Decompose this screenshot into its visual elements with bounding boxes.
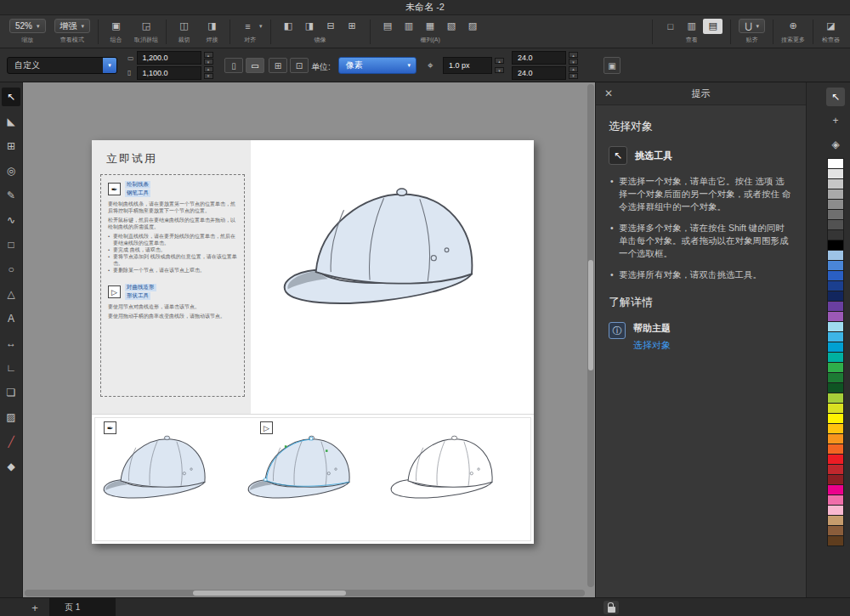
scrollbar-thumb[interactable]	[588, 260, 593, 370]
weld-group: ◨ 焊接	[202, 18, 222, 44]
all-pages-button[interactable]: ⊞	[269, 58, 287, 73]
duplicate-y-field[interactable]: 24.0	[512, 66, 566, 80]
stepper-up[interactable]: ▴	[495, 58, 504, 64]
pick-tool-name: 挑选工具	[635, 150, 672, 162]
tutorial-text-line: 要绘制直线线段，请在要开始线段的位置单击，然后在要结束线段的位置单击。	[108, 233, 237, 246]
arrange-button-5[interactable]: ▨	[463, 19, 483, 34]
select-objects-link[interactable]: 选择对象	[633, 339, 671, 352]
add-page-button[interactable]: +	[27, 600, 42, 615]
portrait-button[interactable]: ▯	[224, 58, 243, 73]
stepper-down[interactable]: ▾	[204, 59, 213, 65]
mirror-button-2[interactable]: ◨	[300, 19, 320, 34]
window-title: 未命名 -2	[405, 1, 445, 14]
stepper-down[interactable]: ▾	[569, 59, 578, 65]
text-tool-icon[interactable]: A	[2, 309, 20, 328]
ellipse-tool-icon[interactable]: ○	[2, 260, 20, 279]
zoom-level-label: 缩放	[21, 36, 33, 44]
scrollbar-thumb[interactable]	[193, 591, 346, 596]
stepper-down[interactable]: ▾	[569, 73, 578, 79]
page-preset-select[interactable]: 自定义 ▾	[7, 57, 117, 74]
ungroup-button[interactable]: ◲	[137, 19, 156, 34]
size-icons: ▭▯	[128, 51, 134, 80]
arrange-button-3[interactable]: ▦	[421, 19, 440, 34]
vertical-scrollbar[interactable]	[587, 84, 594, 587]
view-button-1[interactable]: □	[660, 19, 680, 34]
magnet-icon: ⋃	[745, 21, 751, 31]
connector-tool-icon[interactable]: ∟	[2, 359, 20, 377]
arrange-button-1[interactable]: ▤	[378, 19, 398, 34]
view-button-3[interactable]: ▤	[703, 19, 722, 34]
align-button[interactable]: ≡	[238, 19, 258, 34]
eyedropper-tool-icon[interactable]: ╱	[2, 432, 20, 451]
tutorial-text-line: 要将节点添加到 线段或曲线的任意位置，请在该位置单击。	[108, 253, 237, 267]
arrange-button-2[interactable]: ▥	[400, 19, 419, 34]
size-steppers: ▴ ▾ ▴ ▾	[204, 51, 213, 80]
tutorial-panel: 立即试用 ✒ 绘制线条 钢笔工具 要绘制曲线线条，请在要放置第一个节点的位置单击	[92, 140, 251, 414]
zoom-tool-icon[interactable]: ◎	[2, 161, 20, 180]
shape-tool-icon: ▷	[260, 421, 273, 434]
page-tab[interactable]: 页 1	[49, 598, 116, 616]
duplicate-x-field[interactable]: 24.0	[512, 51, 566, 65]
weld-button[interactable]: ◨	[202, 19, 222, 34]
docker-tabs: ↖+◈	[826, 88, 845, 154]
interactive-fill-tool-icon[interactable]: ◆	[2, 457, 20, 476]
help-topic-label: 帮助主题	[633, 322, 671, 335]
view-button-2[interactable]: ▥	[682, 19, 701, 34]
snap-select[interactable]: ⋃ ▾	[739, 19, 765, 33]
page-height-icon: ▯	[128, 69, 134, 76]
hints-header: ✕ 提示	[596, 82, 806, 105]
mirror-button-4[interactable]: ⊞	[343, 19, 362, 34]
weld-icon: ◨	[207, 20, 216, 31]
mirror-button-1[interactable]: ◧	[279, 19, 298, 34]
lock-button[interactable]	[604, 601, 619, 614]
crop-tool-icon[interactable]: ⊞	[2, 137, 20, 155]
align-label: 对齐	[244, 36, 256, 44]
page-border-button[interactable]: ▣	[604, 57, 620, 74]
canvas-area[interactable]: 立即试用 ✒ 绘制线条 钢笔工具 要绘制曲线线条，请在要放置第一个节点的位置单击	[23, 82, 595, 597]
arrange-button-4[interactable]: ▧	[442, 19, 462, 34]
current-page-button[interactable]: ⊡	[290, 58, 309, 73]
styles-docker-icon[interactable]: ◈	[826, 135, 845, 154]
horizontal-scrollbar[interactable]	[25, 590, 585, 596]
palette-swatch[interactable]	[827, 535, 844, 546]
stepper-down[interactable]: ▾	[495, 67, 504, 73]
nudge-icon: ⌖	[428, 59, 434, 71]
snap-group: ⋃ ▾ 贴齐	[739, 18, 765, 44]
rectangle-tool-icon[interactable]: □	[2, 235, 20, 254]
mirror-button-3[interactable]: ⊟	[321, 19, 341, 34]
dimension-tool-icon[interactable]: ↔	[2, 334, 20, 353]
page-width-field[interactable]: 1,200.0	[137, 51, 201, 65]
units-label: 单位:	[311, 61, 331, 73]
search-more-button[interactable]: ⊕	[784, 19, 803, 34]
curve-tool-icon[interactable]: ✎	[2, 186, 20, 205]
landscape-button[interactable]: ▭	[246, 58, 264, 73]
stepper-up[interactable]: ▴	[569, 52, 578, 58]
toolbar-separator	[98, 20, 99, 44]
polygon-tool-icon[interactable]: △	[2, 285, 20, 303]
document-page[interactable]: 立即试用 ✒ 绘制线条 钢笔工具 要绘制曲线线条，请在要放置第一个节点的位置单击	[92, 140, 534, 544]
inspector-button[interactable]: ◪	[821, 19, 841, 34]
transparency-tool-icon[interactable]: ▨	[2, 408, 20, 427]
stepper-up[interactable]: ▴	[204, 66, 213, 72]
units-select[interactable]: 像素 ▾	[338, 57, 416, 74]
nudge-field[interactable]: 1.0 px	[443, 57, 492, 74]
shadow-tool-icon[interactable]: ❏	[2, 383, 20, 402]
artistic-media-tool-icon[interactable]: ∿	[2, 211, 20, 229]
shape-tool-icon[interactable]: ◣	[2, 112, 20, 131]
tutorial-text-line: 要使用节点对曲线造形，请单击该节点。	[108, 303, 237, 310]
page-height-field[interactable]: 1,100.0	[137, 66, 201, 80]
stepper-down[interactable]: ▾	[204, 73, 213, 79]
stepper-up[interactable]: ▴	[204, 52, 213, 58]
ungroup-label: 取消群组	[134, 36, 158, 44]
main-area: ↖◣⊞◎✎∿□○△A↔∟❏▨╱◆ 立即试用 ✒ 绘制线条 钢笔工具	[0, 82, 850, 597]
close-icon[interactable]: ✕	[604, 88, 618, 99]
view-mode-label: 查看模式	[60, 36, 84, 44]
combine-button[interactable]: ▣	[106, 19, 126, 34]
pick-tool-icon[interactable]: ↖	[2, 88, 20, 106]
view-mode-select[interactable]: 增强 ▾	[54, 19, 91, 33]
stepper-up[interactable]: ▴	[569, 66, 578, 72]
hints-docker-icon[interactable]: ↖	[826, 88, 845, 106]
zoom-level-select[interactable]: 52% ▾	[9, 19, 46, 33]
transform-docker-icon[interactable]: +	[826, 111, 845, 130]
trim-button[interactable]: ◫	[174, 19, 194, 34]
